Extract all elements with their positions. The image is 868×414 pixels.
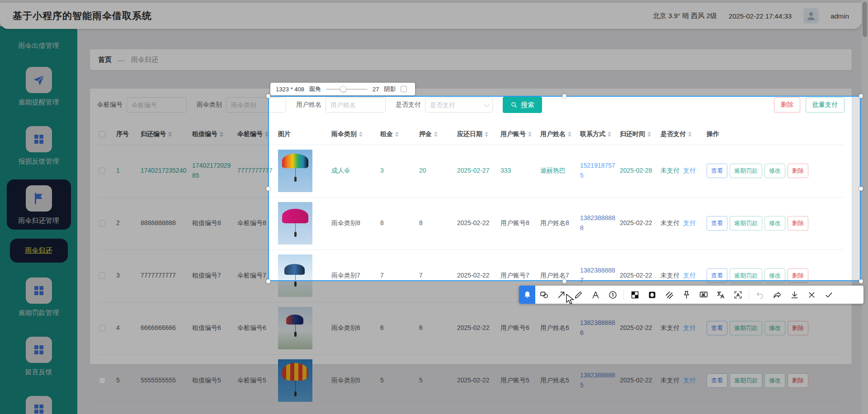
datetime-text: 2025-02-22 17:44:33 [729,12,792,20]
pencil-icon[interactable] [570,286,587,304]
username[interactable]: admin [830,12,849,20]
selection-handle[interactable] [562,279,566,283]
app-header: 基于小程序的智能雨伞借取系统 北京 3.9° 晴 西风 2级 2025-02-2… [0,3,862,29]
crop-icon[interactable] [695,286,712,304]
selection-handle[interactable] [859,187,863,191]
cell-rent-no: 租借编号5 [190,354,236,407]
paid-status: 未支付 [660,376,679,384]
column-header[interactable]: 归还编号 [139,124,190,145]
grid-icon [26,278,52,304]
shadow-checkbox[interactable] [401,86,407,92]
arrow-icon[interactable] [552,286,570,304]
bell-icon[interactable] [519,286,535,304]
sidebar-item-0[interactable]: 逾期提醒管理 [7,61,71,111]
cell-actions: 查看逾期罚款修改删除 [705,302,844,354]
confirm-icon[interactable] [820,286,837,304]
cell-deposit: 5 [417,354,455,407]
row-checkbox[interactable] [99,220,105,226]
cell-category: 雨伞类别6 [330,302,378,354]
cell-no: 2 [114,197,139,249]
hatch-icon[interactable] [660,286,678,304]
station-no-label: 伞桩编号 [97,101,123,109]
sidebar-item-2[interactable]: 雨伞归还管理 [7,179,71,230]
capture-toolbar [519,286,863,304]
sidebar-item-6[interactable]: 敏感词管理 [7,390,71,414]
close-icon[interactable] [803,286,820,304]
paid-status: 未支付 [660,324,679,331]
sidebar-item-5[interactable]: 留言反馈 [7,331,71,381]
cell-return-no: 6666666666 [139,302,190,354]
app-root: 基于小程序的智能雨伞借取系统 北京 3.9° 晴 西风 2级 2025-02-2… [0,0,868,414]
umbrella-photo[interactable] [278,307,312,349]
sort-caret-icon[interactable] [220,132,223,137]
corner-radius-value: 27 [373,86,379,93]
select-all-checkbox[interactable] [99,131,105,137]
delete-row-button[interactable]: 删除 [788,321,808,335]
mosaic-icon[interactable] [626,286,643,304]
row-checkbox[interactable] [99,325,105,331]
pay-link[interactable]: 支付 [683,376,696,384]
selection-handle[interactable] [859,94,863,98]
breadcrumb-separator: — [118,56,125,64]
user-icon [805,10,817,22]
overdue-fine-button[interactable]: 逾期罚款 [730,321,762,335]
ocr-icon[interactable] [729,286,746,304]
cell-actions: 查看逾期罚款修改删除 [705,354,844,407]
cell-deposit: 6 [417,302,455,354]
share-icon[interactable] [769,286,786,304]
capture-selection[interactable] [268,96,861,281]
edit-button[interactable]: 修改 [764,321,785,335]
slider-knob[interactable] [340,86,346,92]
number-icon[interactable] [604,286,621,304]
view-button[interactable]: 查看 [707,373,727,388]
sort-caret-icon[interactable] [168,132,172,137]
selection-handle[interactable] [266,187,270,191]
row-checkbox[interactable] [99,273,105,279]
cell-category: 雨伞类别5 [330,354,378,407]
sidebar-item-label: 留言反馈 [25,368,52,376]
avatar[interactable] [803,8,819,24]
sidebar-item-1[interactable]: 报损反馈管理 [7,120,71,170]
page-scrollbar[interactable] [862,0,868,414]
pin-icon[interactable] [678,286,695,304]
blur-icon[interactable] [643,286,660,304]
cell-return-no: 5555555555 [139,354,190,407]
download-icon[interactable] [786,286,803,304]
cell-rent-no: 租借编号7 [190,249,236,302]
scrollbar-thumb[interactable] [863,2,867,37]
selection-handle[interactable] [562,94,566,98]
breadcrumb-home[interactable]: 首页 [98,56,112,64]
pay-link[interactable]: 支付 [683,324,696,331]
sidebar-item-label: 逾期提醒管理 [19,98,59,107]
selection-handle[interactable] [859,279,863,283]
view-button[interactable]: 查看 [707,321,727,335]
toolbar-separator [749,290,749,300]
umbrella-category-label: 雨伞类别 [197,101,222,109]
sidebar-item-4[interactable]: 逾期罚款管理 [7,272,71,322]
overdue-fine-button[interactable]: 逾期罚款 [730,373,762,388]
edit-button[interactable]: 修改 [764,373,785,388]
sidebar-subitem-3[interactable]: 雨伞归还 [10,239,68,263]
cell-account: 用户账号6 [499,302,538,354]
cell-rent-no: 租借编号6 [190,302,236,354]
cell-no: 3 [114,249,139,302]
selection-handle[interactable] [266,279,270,283]
row-checkbox[interactable] [99,168,105,174]
flag-icon [26,185,52,212]
cell-rent: 6 [378,302,417,354]
sidebar-item-partial[interactable]: 雨伞出借管理 [19,42,59,50]
delete-row-button[interactable]: 删除 [788,373,808,388]
umbrella-photo[interactable] [278,359,312,402]
shape-icon[interactable] [535,286,552,304]
undo-icon[interactable] [751,286,769,304]
station-no-input[interactable] [127,97,187,113]
corner-radius-slider[interactable] [326,89,368,90]
cell-rent-no: 租借编号8 [190,197,236,249]
sidebar-item-label: 逾期罚款管理 [19,309,59,317]
selection-handle[interactable] [266,94,270,98]
column-header[interactable]: 租借编号 [190,124,236,145]
translate-icon[interactable] [712,286,729,304]
cell-return-no: 1740217235240 [139,145,190,197]
text-icon[interactable] [587,286,604,304]
row-checkbox[interactable] [99,377,105,384]
